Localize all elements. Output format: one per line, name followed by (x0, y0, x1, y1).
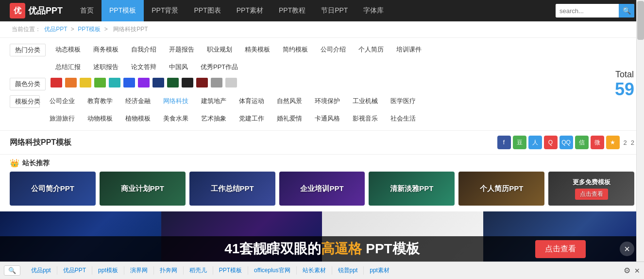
template-tag[interactable]: 动物模板 (83, 113, 118, 124)
nav-item-字体库[interactable]: 字体库 (356, 0, 391, 21)
breadcrumb-home[interactable]: 优品PPT (44, 26, 67, 33)
logo-text: 优品PPT (28, 5, 63, 17)
color-swatch-cyan[interactable] (109, 78, 120, 87)
nav-item-节日PPT[interactable]: 节日PPT (313, 0, 356, 21)
template-tag[interactable]: 环境保护 (310, 95, 345, 107)
taskbar-link[interactable]: 演界网 (124, 266, 154, 275)
taskbar-link[interactable]: 优品ppt (25, 266, 57, 275)
taskbar-link[interactable]: 站长素材 (297, 266, 332, 275)
share-icon-0[interactable]: ★ (606, 136, 620, 149)
nav-item-PPT图表[interactable]: PPT图表 (186, 0, 228, 21)
banner-close[interactable]: × (620, 242, 634, 256)
taskbar-link[interactable]: 锐普ppt (332, 266, 364, 275)
template-tag[interactable]: 植物模板 (120, 113, 155, 124)
taskbar-search[interactable]: 🔍 (4, 265, 20, 276)
template-tag[interactable]: 网络科技 (158, 95, 193, 107)
hot-tag[interactable]: 个人简历 (354, 44, 389, 55)
template-tag[interactable]: 社会生活 (386, 113, 421, 124)
share-icon-1[interactable]: 微 (591, 136, 604, 149)
template-tag[interactable]: 建筑地产 (196, 95, 231, 107)
taskbar-link[interactable]: officeplus官网 (248, 266, 296, 275)
taskbar-link[interactable]: 扑奔网 (154, 266, 184, 275)
taskbar-link[interactable]: ppt模板 (92, 266, 124, 275)
color-swatch-light-gray[interactable] (225, 78, 237, 87)
color-swatch-purple[interactable] (138, 78, 150, 87)
scrollbar-thumb[interactable] (637, 1, 644, 40)
color-swatch-dark-green[interactable] (167, 78, 179, 87)
template-tag[interactable]: 艺术抽象 (196, 113, 231, 124)
rec-card-0[interactable]: 公司简介PPT (10, 172, 96, 206)
template-tag[interactable]: 经济金融 (120, 95, 155, 107)
rec-card-3[interactable]: 企业培训PPT (279, 172, 365, 206)
template-tag[interactable]: 党建工作 (234, 113, 269, 124)
share-icon-3[interactable]: QQ (559, 136, 573, 149)
color-swatch-yellow[interactable] (80, 78, 91, 87)
hot-tag[interactable]: 总结汇报 (51, 61, 85, 73)
color-swatch-black[interactable] (182, 78, 193, 87)
scrollbar[interactable] (636, 0, 644, 279)
hot-tag[interactable]: 论文答辩 (126, 61, 161, 73)
template-tag[interactable]: 婚礼爱情 (272, 113, 307, 124)
search-input[interactable] (556, 4, 619, 17)
template-tag[interactable]: 美食水果 (158, 113, 193, 124)
color-swatch-dark-red[interactable] (196, 78, 208, 87)
rec-card-6[interactable]: 更多免费模板点击查看 (548, 172, 634, 206)
template-tag[interactable]: 医学医疗 (386, 95, 421, 107)
template-tag[interactable]: 旅游旅行 (45, 113, 80, 124)
taskbar-link[interactable]: 优品PPT (57, 266, 92, 275)
rec-card-5[interactable]: 个人简历PPT (458, 172, 544, 206)
share-icon-4[interactable]: Q (544, 136, 558, 149)
color-swatch-gray[interactable] (211, 78, 222, 87)
nav-item-首页[interactable]: 首页 (72, 0, 102, 21)
taskbar-link[interactable]: PPT模板 (213, 266, 248, 275)
hot-tag[interactable]: 公司介绍 (316, 44, 351, 55)
hot-tag[interactable]: 精美模板 (240, 44, 275, 55)
rec-card-2[interactable]: 工作总结PPT (189, 172, 275, 206)
template-tag[interactable]: 教育教学 (83, 95, 118, 107)
color-swatch-blue[interactable] (123, 78, 135, 87)
search-box[interactable]: 🔍 (556, 4, 634, 17)
hot-tag[interactable]: 述职报告 (88, 61, 123, 73)
hot-tag[interactable]: 优秀PPT作品 (196, 61, 243, 73)
color-swatch-green[interactable] (94, 78, 106, 87)
template-tag[interactable]: 工业机械 (348, 95, 383, 107)
nav-item-PPT模板[interactable]: PPT模板 (102, 0, 144, 21)
taskbar-gear[interactable]: ⚙ (624, 266, 630, 275)
hot-tag[interactable]: 培训课件 (391, 44, 426, 55)
breadcrumb-ppt[interactable]: PPT模板 (78, 26, 101, 33)
rec-card-4[interactable]: 清新淡雅PPT (369, 172, 455, 206)
nav-item-PPT背景[interactable]: PPT背景 (144, 0, 186, 21)
site-logo[interactable]: 优 优品PPT (10, 3, 63, 18)
section-title: 网络科技PPT模板 (10, 138, 71, 148)
color-swatch-red[interactable] (51, 78, 62, 87)
taskbar-link[interactable]: ppt素材 (364, 266, 395, 275)
color-swatch-orange[interactable] (65, 78, 77, 87)
template-tag[interactable]: 体育运动 (234, 95, 269, 107)
taskbar-link[interactable]: 稻壳儿 (184, 266, 213, 275)
share-icon-6[interactable]: 豆 (513, 136, 526, 149)
share-icon-7[interactable]: f (497, 136, 511, 149)
hot-tag[interactable]: 简约模板 (278, 44, 313, 55)
template-tag[interactable]: 公司企业 (45, 95, 80, 107)
color-swatch-dark-blue[interactable] (153, 78, 164, 87)
banner-cta[interactable]: 点击查看 (535, 240, 586, 258)
hot-tag[interactable]: 职业规划 (202, 44, 237, 55)
hot-tag[interactable]: 中国风 (164, 61, 193, 73)
taskbar-close[interactable]: ✕ (634, 267, 640, 275)
taskbar-search-icon: 🔍 (8, 267, 16, 274)
share-icon-5[interactable]: 人 (528, 136, 542, 149)
template-tag[interactable]: 自然风景 (272, 95, 307, 107)
rec-card-btn-6[interactable]: 点击查看 (575, 189, 608, 200)
share-icon-2[interactable]: 信 (575, 136, 589, 149)
nav-item-PPT教程[interactable]: PPT教程 (271, 0, 313, 21)
rec-card-1[interactable]: 商业计划PPT (100, 172, 186, 206)
hot-tag[interactable]: 商务模板 (88, 44, 123, 55)
hot-tag[interactable]: 自我介绍 (126, 44, 161, 55)
hot-tag[interactable]: 开题报告 (164, 44, 199, 55)
template-tag[interactable]: 卡通风格 (310, 113, 345, 124)
search-button[interactable]: 🔍 (619, 4, 634, 17)
nav-item-PPT素材[interactable]: PPT素材 (229, 0, 271, 21)
hot-tag[interactable]: 动态模板 (51, 44, 85, 55)
breadcrumb-prefix: 当前位置： (12, 26, 41, 33)
template-tag[interactable]: 影视音乐 (348, 113, 383, 124)
